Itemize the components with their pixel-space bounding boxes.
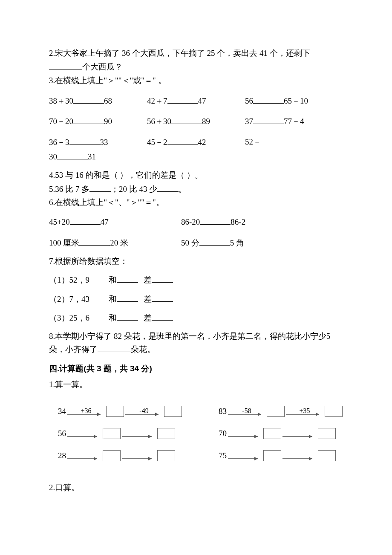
- arrow-op: +36: [67, 406, 105, 417]
- q6-cell: 100 厘米20 米: [49, 236, 181, 249]
- q5-blank-1[interactable]: [89, 182, 111, 192]
- q3-cell: 52－: [245, 136, 343, 148]
- diff-blank[interactable]: [152, 292, 173, 302]
- diagram-right: 83 -58 +35 70: [212, 403, 343, 469]
- q2-text-b: 个大西瓜？: [82, 62, 123, 71]
- answer-box[interactable]: [325, 406, 343, 417]
- compare-blank[interactable]: [73, 94, 104, 104]
- compare-blank[interactable]: [70, 215, 101, 225]
- arrow-icon: [286, 412, 323, 417]
- sum-blank[interactable]: [117, 292, 138, 302]
- arrow-icon: [125, 412, 163, 417]
- answer-box[interactable]: [103, 450, 121, 461]
- answer-box[interactable]: [103, 428, 121, 439]
- svg-marker-3: [155, 413, 159, 416]
- answer-box[interactable]: [164, 406, 182, 417]
- q6-cell: 45+2047: [49, 215, 181, 228]
- compare-blank[interactable]: [167, 94, 198, 104]
- q8-line: 8.本学期小宁得了 82 朵花，是班里的第一名，小齐是第二名，得的花比小宁少5 …: [49, 330, 343, 356]
- arrow-icon: [228, 434, 262, 439]
- arrow-icon: [282, 456, 317, 461]
- diagram-row: 56: [52, 425, 182, 442]
- diagram-row: 70: [212, 425, 343, 442]
- q6-row-2: 100 厘米20 米 50 分5 角: [49, 236, 343, 249]
- diagram-row: 83 -58 +35: [212, 403, 343, 420]
- q3-cell: 56＋3089: [147, 115, 245, 127]
- s4-q1: 1.算一算。: [49, 378, 343, 390]
- arrow-op: [228, 428, 262, 439]
- arrow-op: [228, 450, 262, 461]
- diff-blank[interactable]: [152, 311, 173, 321]
- arrow-icon: [122, 434, 156, 439]
- section4-title: 四.计算题(共 3 题，共 34 分): [49, 362, 343, 375]
- answer-box[interactable]: [318, 450, 336, 461]
- compare-blank[interactable]: [167, 136, 198, 145]
- answer-box[interactable]: [157, 450, 175, 461]
- sum-blank[interactable]: [117, 311, 138, 321]
- arrow-op: [282, 428, 317, 439]
- answer-box[interactable]: [267, 406, 285, 417]
- q3-cell: 42＋747: [147, 94, 245, 107]
- compare-blank[interactable]: [69, 136, 100, 145]
- q2-text-a: 2.宋大爷家上午摘了 36 个大西瓜，下午摘了 25 个，卖出去 41 个，还剩…: [49, 49, 310, 58]
- arrow-icon: [67, 434, 101, 439]
- compare-blank[interactable]: [253, 115, 284, 124]
- q3-row-3: 36－333 45－242 52－: [49, 136, 343, 148]
- compare-blank[interactable]: [200, 215, 231, 225]
- q5-line: 5.36 比 7 多；20 比 43 少。: [49, 182, 343, 195]
- svg-marker-21: [254, 457, 258, 460]
- q7-item-1: （1）52，9 和 差: [49, 273, 343, 286]
- svg-marker-9: [94, 457, 97, 460]
- arrow-icon: [67, 456, 101, 461]
- q3-cell: 36－333: [49, 136, 147, 148]
- q6-row-1: 45+2047 86-2086-2: [49, 215, 343, 228]
- diagram-row: 75: [212, 447, 343, 464]
- answer-box[interactable]: [106, 406, 124, 417]
- q3-cell: 5665－10: [245, 94, 343, 107]
- q6-title: 6.在横线上填上"＜"、"＞""＝"。: [49, 196, 343, 208]
- compare-blank[interactable]: [57, 150, 88, 159]
- arrow-icon: [228, 456, 262, 461]
- answer-box[interactable]: [263, 428, 281, 439]
- q2-blank[interactable]: [49, 60, 82, 69]
- svg-marker-7: [148, 435, 152, 438]
- s4-q2: 2.口算。: [49, 481, 343, 494]
- q3-row-1: 38＋3068 42＋747 5665－10: [49, 94, 343, 107]
- answer-box[interactable]: [263, 450, 281, 461]
- compare-blank[interactable]: [253, 94, 284, 104]
- arrow-op: +35: [285, 406, 324, 417]
- q6-cell: 86-2086-2: [181, 215, 292, 228]
- q3-title: 3.在横线上填上"＞""＜"或"＝" 。: [49, 74, 343, 87]
- answer-box[interactable]: [318, 428, 336, 439]
- arrow-op: [282, 450, 317, 461]
- q3-row-2: 70－2090 56＋3089 3777－4: [49, 115, 343, 127]
- svg-marker-19: [309, 435, 312, 438]
- svg-marker-23: [309, 457, 312, 460]
- diff-blank[interactable]: [152, 273, 173, 283]
- q2-line1: 2.宋大爷家上午摘了 36 个大西瓜，下午摘了 25 个，卖出去 41 个，还剩…: [49, 47, 343, 59]
- compare-blank[interactable]: [73, 115, 104, 124]
- svg-marker-5: [94, 435, 97, 438]
- q7-title: 7.根据所给数据填空：: [49, 255, 343, 267]
- arrow-op: [121, 450, 156, 461]
- q5-blank-2[interactable]: [157, 182, 179, 192]
- arrow-icon: [282, 434, 317, 439]
- diagram-wrap: 34 +36 -49 56: [52, 403, 343, 469]
- q3-cell: 38＋3068: [49, 94, 147, 107]
- q3-row-3-tail: 3031: [49, 150, 343, 163]
- q2-line2: 个大西瓜？: [49, 60, 343, 73]
- q4-text: 4.53 与 16 的和是（ ），它们的差是（ ）。: [49, 169, 343, 181]
- q7-item-2: （2）7，43 和 差: [49, 292, 343, 305]
- compare-blank[interactable]: [171, 115, 202, 124]
- q3-cell: 45－242: [147, 136, 245, 148]
- q8-blank[interactable]: [98, 343, 131, 352]
- arrow-op: -58: [228, 406, 266, 417]
- diagram-left: 34 +36 -49 56: [52, 403, 182, 469]
- sum-blank[interactable]: [117, 273, 138, 283]
- arrow-icon: [122, 456, 156, 461]
- q3-cell: 70－2090: [49, 115, 147, 127]
- arrow-icon: [228, 412, 265, 417]
- compare-blank[interactable]: [79, 236, 110, 246]
- compare-blank[interactable]: [199, 236, 230, 246]
- answer-box[interactable]: [157, 428, 175, 439]
